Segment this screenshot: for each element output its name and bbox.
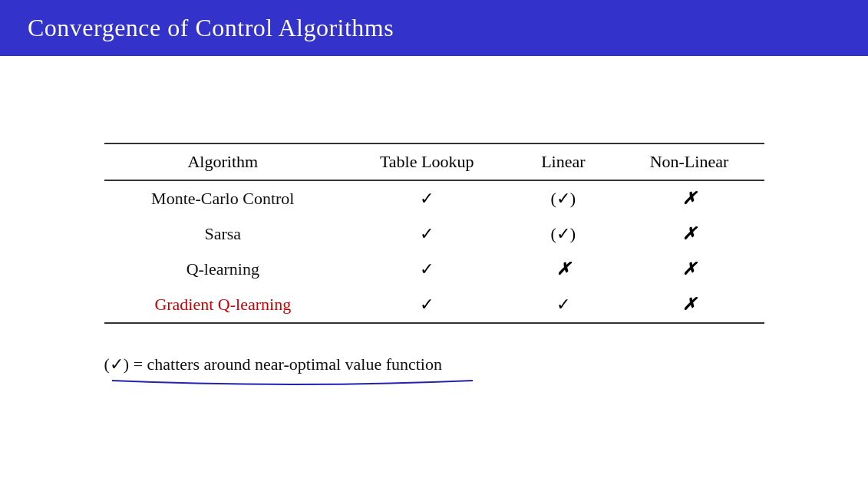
convergence-table: Algorithm Table Lookup Linear Non-Linear… — [104, 143, 764, 324]
cell-linear: ✗ — [512, 252, 614, 287]
cell-table-lookup: ✓ — [342, 252, 512, 287]
cell-table-lookup: ✓ — [342, 287, 512, 323]
cell-linear: ✓ — [512, 287, 614, 323]
table-row: Monte-Carlo Control✓(✓)✗ — [104, 180, 764, 216]
table-header-row: Algorithm Table Lookup Linear Non-Linear — [104, 143, 764, 180]
col-header-linear: Linear — [512, 143, 614, 180]
footnote-container: (✓) = chatters around near-optimal value… — [104, 354, 764, 387]
cell-linear: (✓) — [512, 180, 614, 216]
cell-nonlinear: ✗ — [614, 252, 764, 287]
cell-algorithm: Q-learning — [104, 252, 342, 287]
table-row: Sarsa✓(✓)✗ — [104, 216, 764, 252]
footnote-text: (✓) = chatters around near-optimal value… — [104, 354, 442, 374]
slide-header: Convergence of Control Algorithms — [0, 0, 868, 56]
table-row: Gradient Q-learning✓✓✗ — [104, 287, 764, 323]
cell-nonlinear: ✗ — [614, 287, 764, 323]
cell-algorithm: Monte-Carlo Control — [104, 180, 342, 216]
footnote-underline-svg — [104, 378, 480, 387]
cell-table-lookup: ✓ — [342, 216, 512, 252]
cell-table-lookup: ✓ — [342, 180, 512, 216]
cell-linear: (✓) — [512, 216, 614, 252]
cell-nonlinear: ✗ — [614, 216, 764, 252]
slide-title: Convergence of Control Algorithms — [28, 14, 394, 42]
col-header-nonlinear: Non-Linear — [614, 143, 764, 180]
cell-algorithm: Gradient Q-learning — [104, 287, 342, 323]
slide-content: Algorithm Table Lookup Linear Non-Linear… — [0, 56, 868, 488]
cell-algorithm: Sarsa — [104, 216, 342, 252]
table-container: Algorithm Table Lookup Linear Non-Linear… — [104, 143, 764, 324]
col-header-algorithm: Algorithm — [104, 143, 342, 180]
col-header-table-lookup: Table Lookup — [342, 143, 512, 180]
cell-nonlinear: ✗ — [614, 180, 764, 216]
slide: Convergence of Control Algorithms Algori… — [0, 0, 868, 488]
table-row: Q-learning✓✗✗ — [104, 252, 764, 287]
